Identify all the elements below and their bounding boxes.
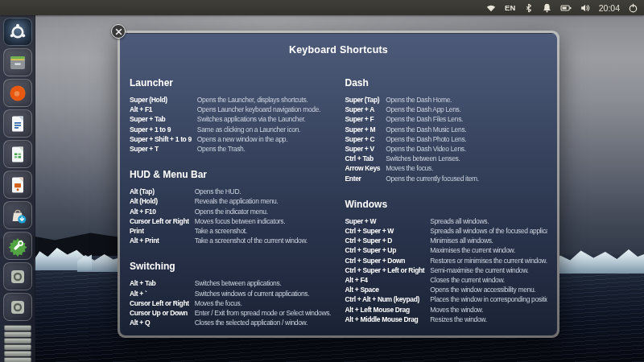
- shortcut-rows: Super (Tap)Opens the Dash Home.Super + A…: [345, 95, 548, 183]
- battery-indicator[interactable]: [560, 2, 572, 14]
- shortcut-description: Moves the window.: [430, 305, 547, 315]
- app-launcher-icon[interactable]: [3, 262, 32, 290]
- clock-indicator[interactable]: 20:04: [599, 3, 620, 13]
- shortcut-description: Opens the Dash Video Lens.: [386, 144, 547, 154]
- indicator-area: EN20:04: [477, 2, 638, 14]
- shortcut-description: Take a screenshot of the current window.: [195, 236, 332, 245]
- shortcut-description: Closes the selected application / window…: [195, 318, 332, 327]
- shortcut-description: Opens the window accessibility menu.: [430, 285, 547, 294]
- shortcut-description: Opens the Dash Files Lens.: [386, 114, 547, 124]
- shortcut-key: Super (Tap): [345, 95, 381, 105]
- shortcut-key: Alt + Q: [130, 318, 189, 327]
- close-button[interactable]: [111, 24, 126, 39]
- shortcut-key: Super + Tab: [130, 114, 192, 124]
- shortcut-description: Switches windows of current applications…: [195, 289, 332, 298]
- shortcut-key: Alt + Tab: [130, 278, 189, 288]
- close-icon: [115, 28, 122, 35]
- shortcut-description: Opens the HUD.: [195, 187, 332, 196]
- shortcut-key: Super + F: [345, 114, 381, 124]
- shortcut-description: Opens the Trash.: [197, 144, 332, 154]
- shortcut-description: Moves the focus.: [195, 298, 332, 308]
- stacked-app-icon: [4, 351, 31, 356]
- shortcut-description: Opens the Dash Music Lens.: [386, 125, 547, 134]
- writer-icon: [7, 113, 28, 134]
- settings-icon: [7, 236, 28, 257]
- shortcut-key: Cursor Left or Right: [130, 216, 189, 226]
- shortcut-key: Super + T: [130, 144, 192, 154]
- shortcut-key: Super + Shift + 1 to 9: [130, 134, 192, 144]
- shortcut-description: Spreads all windows of the focused appli…: [430, 226, 547, 236]
- section-dash: DashSuper (Tap)Opens the Dash Home.Super…: [345, 77, 548, 183]
- ubuntu-dash-button[interactable]: [3, 18, 32, 46]
- shortcut-key: Alt + F10: [130, 207, 189, 216]
- shortcut-key: Cursor Up or Down: [130, 308, 189, 318]
- stacked-app-icon: [4, 344, 31, 350]
- bluetooth-icon: [524, 2, 534, 14]
- software-icon: [7, 205, 28, 226]
- shortcut-description: Switches between applications.: [195, 278, 332, 288]
- generic-icon: [7, 266, 28, 287]
- shortcut-description: Moves the focus.: [386, 163, 547, 173]
- libreoffice-calc-launcher-icon[interactable]: [3, 140, 32, 168]
- shortcuts-column-left: LauncherSuper (Hold)Opens the Launcher, …: [130, 77, 332, 335]
- app-launcher-icon[interactable]: [3, 293, 32, 321]
- shortcut-description: Opens Launcher keyboard navigation mode.: [197, 105, 332, 114]
- shortcut-rows: Alt + TabSwitches between applications.A…: [130, 278, 332, 327]
- shortcut-description: Same as clicking on a Launcher icon.: [197, 125, 332, 134]
- firefox-launcher-icon[interactable]: [3, 79, 32, 107]
- volume-icon: [580, 2, 591, 14]
- shortcut-description: Spreads all windows.: [430, 216, 547, 226]
- shortcut-key: Super + M: [345, 125, 381, 134]
- shortcut-description: Moves focus between indicators.: [195, 216, 332, 226]
- keyboard-shortcuts-overlay: Keyboard Shortcuts LauncherSuper (Hold)O…: [118, 31, 559, 338]
- messaging-indicator[interactable]: [542, 2, 552, 14]
- wifi-icon: [485, 2, 497, 14]
- bell-icon: [542, 2, 552, 14]
- shortcut-key: Alt + F4: [345, 275, 425, 285]
- network-indicator[interactable]: [485, 2, 497, 14]
- shortcut-key: Super + V: [345, 144, 381, 154]
- firefox-icon: [7, 83, 28, 104]
- keyboard-layout-indicator[interactable]: EN: [505, 3, 516, 12]
- libreoffice-writer-launcher-icon[interactable]: [3, 109, 32, 138]
- shortcut-description: Take a screenshot.: [195, 226, 332, 236]
- files-launcher-icon[interactable]: [3, 48, 32, 76]
- bluetooth-indicator[interactable]: [524, 2, 534, 14]
- folded-launcher-icons[interactable]: [4, 325, 31, 362]
- shortcut-key: Ctrl + Super + Up: [345, 245, 425, 255]
- top-panel: EN20:04: [0, 0, 644, 15]
- section-title: HUD & Menu Bar: [130, 169, 332, 180]
- desktop: EN20:04 Keyboard Shortcuts LauncherSuper…: [0, 0, 644, 362]
- section-hud-menu-bar: HUD & Menu BarAlt (Tap)Opens the HUD.Alt…: [130, 169, 332, 245]
- shortcut-key: Print: [130, 226, 189, 236]
- session-indicator[interactable]: [628, 2, 638, 14]
- stacked-app-icon: [4, 357, 31, 362]
- shortcut-description: Switches applications via the Launcher.: [197, 114, 332, 124]
- section-windows: WindowsSuper + WSpreads all windows.Ctrl…: [345, 199, 548, 324]
- dialog-columns: LauncherSuper (Hold)Opens the Launcher, …: [120, 77, 557, 335]
- shortcut-key: Super + 1 to 9: [130, 125, 192, 134]
- libreoffice-impress-launcher-icon[interactable]: [3, 171, 32, 199]
- shortcut-key: Alt + `: [130, 289, 189, 298]
- section-title: Launcher: [130, 77, 332, 88]
- sound-indicator[interactable]: [580, 2, 591, 14]
- software-center-launcher-icon[interactable]: [3, 201, 32, 229]
- shortcut-key: Alt + Left Mouse Drag: [345, 305, 425, 315]
- dialog-body: Keyboard Shortcuts LauncherSuper (Hold)O…: [120, 33, 557, 335]
- stacked-app-icon: [4, 325, 31, 331]
- shortcut-description: Switches between Lenses.: [386, 154, 547, 163]
- section-launcher: LauncherSuper (Hold)Opens the Launcher, …: [130, 77, 332, 154]
- stacked-app-icon: [4, 338, 31, 343]
- section-title: Windows: [345, 199, 548, 210]
- shortcut-key: Arrow Keys: [345, 163, 381, 173]
- shortcut-key: Super (Hold): [130, 95, 192, 105]
- generic-icon: [7, 297, 28, 318]
- section-title: Switching: [130, 261, 332, 272]
- shortcut-key: Super + A: [345, 105, 381, 114]
- shortcut-description: Maximises the current window.: [430, 245, 547, 255]
- shortcut-description: Opens the Dash App Lens.: [386, 105, 547, 114]
- dialog-title: Keyboard Shortcuts: [120, 34, 557, 56]
- shortcut-description: Places the window in corresponding posit…: [430, 294, 547, 304]
- system-settings-launcher-icon[interactable]: [3, 232, 32, 260]
- shortcut-key: Alt + F1: [130, 105, 192, 114]
